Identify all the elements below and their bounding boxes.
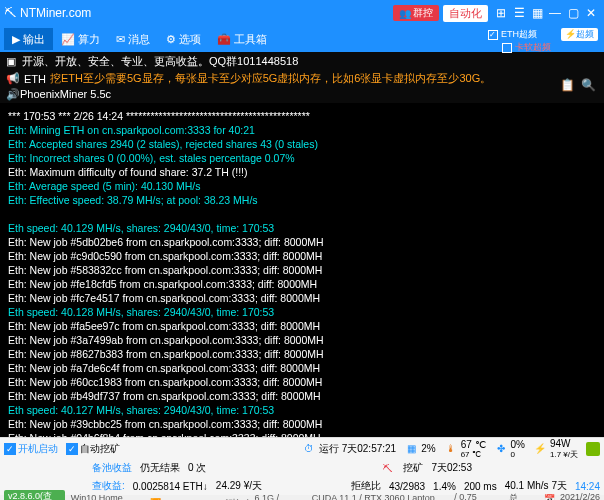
fan-icon: ✤ [494, 442, 508, 456]
search-icon[interactable]: 🔍 [581, 78, 596, 92]
eth-oc-checkbox[interactable] [488, 30, 498, 40]
cpu-icon: ▦ [404, 442, 418, 456]
calendar-icon: 📅 [543, 492, 556, 501]
info-icon: ▣ [6, 55, 16, 68]
speaker-icon-2: 🔊 [6, 88, 20, 100]
output-icon: ▶ [12, 33, 20, 46]
footer-row-2: 备池收益 仍无结果 0 次 ⛏ 挖矿 7天02:53 [0, 459, 604, 477]
overclock-button[interactable]: ⚡超频 [561, 28, 598, 41]
info-bar-2: 📢 ETH 挖ETH至少需要5G显存，每张显卡至少对应5G虚拟内存，比如6张显卡… [0, 71, 604, 88]
nvidia-icon [586, 442, 600, 456]
logo-icon: ⛏ [4, 6, 16, 20]
terminal-actions: 📋 🔍 [560, 78, 596, 92]
people-icon: 👥 [399, 8, 411, 19]
grid-icon[interactable]: ⊞ [494, 6, 508, 20]
tab-hashrate[interactable]: 📈算力 [53, 28, 108, 50]
minimize-icon[interactable]: — [548, 6, 562, 20]
message-icon: ✉ [116, 33, 125, 46]
automation-button[interactable]: 自动化 [443, 5, 488, 22]
close-icon[interactable]: ✕ [584, 6, 598, 20]
toolbox-icon: 🧰 [217, 33, 231, 46]
card-oc-checkbox[interactable] [502, 43, 512, 53]
maximize-icon[interactable]: ▢ [566, 6, 580, 20]
gear-icon: ⚙ [166, 33, 176, 46]
overclock-tags: ETH超频⚡超频 卡软超频 [488, 28, 598, 54]
terminal-output[interactable]: *** 170:53 *** 2/26 14:24 **************… [0, 103, 604, 437]
automine-checkbox[interactable]: ✓自动挖矿 [66, 442, 120, 456]
tab-output[interactable]: ▶输出 [4, 28, 53, 50]
info-bar-3: 🔊PhoenixMiner 5.5c [0, 88, 604, 103]
pickaxe-icon: ⛏ [381, 461, 395, 475]
tab-message[interactable]: ✉消息 [108, 28, 158, 50]
titlebar: ⛏ NTMiner.com 👥群控 自动化 ⊞ ☰ ▦ — ▢ ✕ [0, 0, 604, 26]
app-title: ⛏ NTMiner.com [4, 6, 91, 20]
chart-icon: 📈 [61, 33, 75, 46]
info-bar-1: ▣ 开源、开放、安全、专业、更高收益。QQ群1011448518 [0, 52, 604, 71]
layout-icon[interactable]: ☰ [512, 6, 526, 20]
tab-options[interactable]: ⚙选项 [158, 28, 209, 50]
status-bar: v2.8.6.0(查心) Win10 Home China 📶 192.168.… [0, 495, 604, 500]
tab-toolbox[interactable]: 🧰工具箱 [209, 28, 275, 50]
view-icon[interactable]: ▦ [530, 6, 544, 20]
power-icon: ⚡ [533, 442, 547, 456]
copy-icon[interactable]: 📋 [560, 78, 575, 92]
startup-checkbox[interactable]: ✓开机启动 [4, 442, 58, 456]
qq-group-button[interactable]: 👥群控 [393, 5, 439, 21]
clock-icon: ⏱ [302, 442, 316, 456]
footer-row-1: ✓开机启动 ✓自动挖矿 ⏱运行 7天02:57:21 ▦2% 🌡67 ℃67 ℃… [0, 437, 604, 459]
speaker-icon: 📢 [6, 72, 20, 85]
toolbar: ▶输出 📈算力 ✉消息 ⚙选项 🧰工具箱 ETH超频⚡超频 卡软超频 [0, 26, 604, 52]
temp-icon: 🌡 [444, 442, 458, 456]
version-tag[interactable]: v2.8.6.0(查心) [4, 490, 65, 500]
